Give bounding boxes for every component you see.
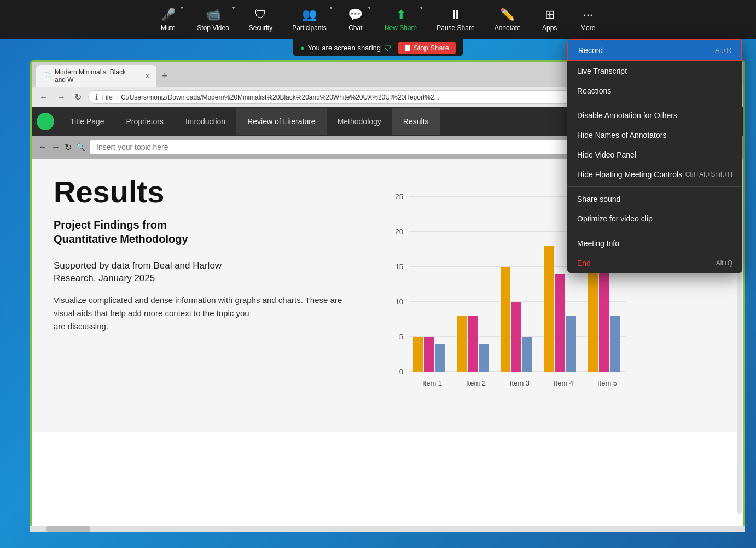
menu-hide-video[interactable]: Hide Video Panel: [567, 145, 742, 165]
results-title: Results: [54, 175, 354, 209]
reactions-label: Reactions: [577, 86, 611, 95]
presentation-logo: [32, 107, 59, 136]
svg-text:Item 4: Item 4: [554, 379, 573, 387]
svg-text:5: 5: [399, 333, 403, 341]
tab-introduction-label: Introduction: [185, 117, 225, 126]
forward-button[interactable]: →: [55, 91, 68, 103]
participants-label: Participants: [292, 24, 327, 32]
menu-end[interactable]: End Alt+Q: [567, 253, 742, 273]
tab-introduction[interactable]: Introduction: [175, 108, 236, 135]
security-icon: 🛡: [254, 8, 266, 22]
annotate-icon: ✏️: [500, 8, 515, 22]
tab-review[interactable]: Review of Literature: [236, 108, 327, 135]
tab-close-button[interactable]: ✕: [145, 73, 150, 80]
more-icon: ···: [583, 8, 593, 22]
tab-title-page[interactable]: Title Page: [59, 108, 115, 135]
tab-results[interactable]: Results: [392, 108, 440, 135]
svg-text:25: 25: [396, 193, 403, 201]
menu-meeting-info[interactable]: Meeting Info: [567, 234, 742, 253]
menu-reactions[interactable]: Reactions: [567, 81, 742, 101]
hide-floating-label: Hide Floating Meeting Controls: [577, 170, 682, 179]
sharing-shield-icon: 🛡: [384, 44, 392, 53]
tab-review-label: Review of Literature: [247, 117, 316, 126]
bar-item2-pink: [468, 316, 478, 372]
record-shortcut: Alt+R: [715, 46, 731, 54]
content-left: Results Project Findings fromQuantitativ…: [54, 175, 354, 416]
browser-tab[interactable]: 📄 Modern Minimalist Black and W ✕: [36, 65, 156, 87]
results-description: Visualize complicated and dense informat…: [54, 294, 354, 333]
menu-hide-floating[interactable]: Hide Floating Meeting Controls Ctrl+Alt+…: [567, 165, 742, 184]
bar-item2-gold: [457, 316, 467, 372]
chat-button[interactable]: 💬 Chat ▼: [336, 2, 375, 37]
mute-button[interactable]: 🎤 Mute ▼: [149, 2, 187, 37]
chat-caret: ▼: [367, 5, 371, 10]
chat-label: Chat: [348, 24, 362, 32]
security-button[interactable]: 🛡 Security: [239, 2, 282, 37]
tab-methodology-label: Methodology: [338, 117, 381, 126]
pause-share-button[interactable]: ⏸ Pause Share: [427, 2, 484, 37]
results-source: Supported by data from Beal and HarlowRe…: [54, 259, 354, 285]
svg-text:0: 0: [399, 368, 403, 376]
menu-divider-3: [567, 231, 742, 231]
meeting-info-label: Meeting Info: [577, 239, 619, 248]
participants-button[interactable]: 👥 Participants ▼: [282, 2, 336, 37]
file-label: File: [101, 93, 113, 101]
stop-share-button[interactable]: Stop Share: [398, 42, 456, 54]
bar-item3-gold: [501, 267, 510, 372]
bottom-scrollbar[interactable]: [30, 526, 745, 532]
tab-label: Modern Minimalist Black and W: [55, 68, 138, 84]
stop-video-label: Stop Video: [197, 24, 229, 32]
more-button[interactable]: ··· More: [569, 2, 607, 37]
bar-item1-gold: [413, 337, 423, 372]
new-share-label: New Share: [385, 24, 417, 32]
stop-video-button[interactable]: 📹 Stop Video ▼: [187, 2, 239, 37]
more-label: More: [580, 24, 595, 32]
svg-text:10: 10: [396, 298, 403, 306]
new-share-button[interactable]: ⬆ New Share ▼: [375, 2, 427, 37]
svg-text:Item 3: Item 3: [510, 379, 530, 387]
disable-annotation-label: Disable Annotation for Others: [577, 111, 677, 120]
new-share-icon: ⬆: [396, 8, 406, 22]
bar-item2-blue: [479, 344, 489, 372]
menu-disable-annotation[interactable]: Disable Annotation for Others: [567, 106, 742, 125]
menu-hide-names[interactable]: Hide Names of Annotators: [567, 125, 742, 145]
search-refresh-button[interactable]: ↻: [65, 142, 72, 153]
address-separator: |: [116, 93, 118, 101]
menu-divider-2: [567, 186, 742, 187]
menu-share-sound[interactable]: Share sound: [567, 189, 742, 209]
hide-video-label: Hide Video Panel: [577, 150, 636, 159]
bottom-scrollbar-thumb: [46, 526, 90, 532]
chat-icon: 💬: [348, 8, 363, 22]
back-button[interactable]: ←: [37, 91, 50, 103]
refresh-button[interactable]: ↻: [72, 91, 84, 103]
hide-names-label: Hide Names of Annotators: [577, 131, 666, 139]
svg-text:Item 1: Item 1: [422, 379, 442, 387]
menu-live-transcript[interactable]: Live Transcript: [567, 61, 742, 81]
tab-proprietors[interactable]: Proprietors: [115, 108, 175, 135]
end-shortcut: Alt+Q: [716, 259, 732, 267]
end-label: End: [577, 259, 591, 267]
stop-video-icon: 📹: [206, 8, 220, 22]
menu-divider-1: [567, 103, 742, 103]
record-label: Record: [578, 46, 603, 55]
search-toggle-button[interactable]: 🔍: [76, 143, 85, 151]
search-back-button[interactable]: ←: [38, 142, 47, 152]
bar-item1-pink: [424, 337, 434, 372]
share-sound-label: Share sound: [577, 195, 620, 203]
apps-button[interactable]: ⊞ Apps: [531, 2, 569, 37]
sharing-text: You are screen sharing: [308, 44, 381, 52]
menu-optimize-video[interactable]: Optimize for video clip: [567, 209, 742, 229]
annotate-button[interactable]: ✏️ Annotate: [485, 2, 531, 37]
new-tab-button[interactable]: +: [159, 71, 171, 82]
tab-methodology[interactable]: Methodology: [327, 108, 392, 135]
bar-item4-blue: [566, 316, 576, 372]
hide-floating-shortcut: Ctrl+Alt+Shift+H: [685, 171, 732, 178]
participants-icon: 👥: [302, 8, 317, 22]
search-forward-button[interactable]: →: [51, 142, 60, 152]
annotate-label: Annotate: [495, 24, 521, 32]
menu-record[interactable]: Record Alt+R: [567, 39, 742, 61]
logo-circle: [37, 113, 54, 130]
optimize-video-label: Optimize for video clip: [577, 214, 653, 223]
apps-icon: ⊞: [545, 8, 555, 22]
bar-item3-pink: [511, 302, 521, 372]
